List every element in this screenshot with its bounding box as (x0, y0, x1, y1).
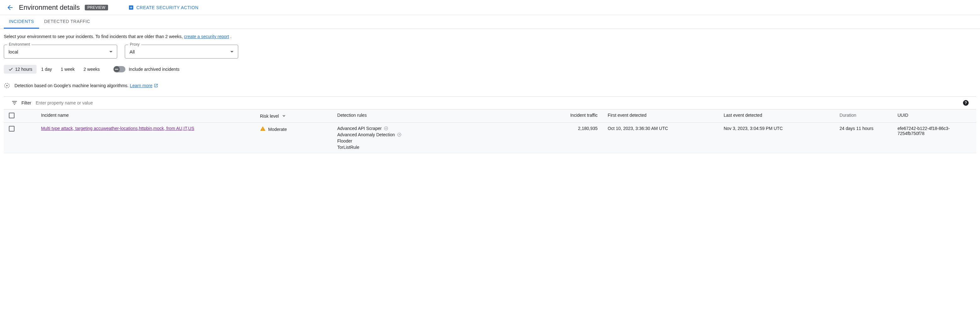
timerange-1-day[interactable]: 1 day (37, 65, 56, 74)
ml-detection-icon (383, 126, 388, 131)
warning-triangle-icon (260, 126, 266, 133)
chevron-down-icon (230, 51, 234, 52)
intro-text: Select your environment to see your inci… (4, 34, 976, 39)
page-title: Environment details (19, 3, 80, 12)
intro-after: . (229, 34, 232, 39)
add-box-icon (128, 5, 134, 10)
risk-cell: Moderate (260, 126, 327, 133)
timerange-1-week[interactable]: 1 week (56, 65, 79, 74)
environment-select[interactable]: Environment local (4, 45, 117, 59)
rule-name: TorListRule (337, 145, 359, 150)
help-icon[interactable]: ? (963, 100, 969, 106)
back-arrow-icon[interactable] (6, 4, 14, 11)
include-archived-label: Include archived incidents (129, 67, 179, 72)
col-last-event[interactable]: Last event detected (719, 109, 834, 123)
tab-detected-traffic[interactable]: DETECTED TRAFFIC (39, 15, 95, 29)
tab-incidents[interactable]: INCIDENTS (4, 15, 39, 29)
col-risk-level[interactable]: Risk level (255, 109, 332, 123)
row-checkbox[interactable] (9, 126, 14, 132)
detection-text-content: Detection based on Google's machine lear… (14, 83, 130, 88)
timerange-2-weeks[interactable]: 2 weeks (79, 65, 104, 74)
svg-point-3 (386, 128, 387, 129)
rule-name: Flooder (337, 138, 352, 144)
uuid-value: efe67242-b122-4f18-86c3-7254fb750f78 (892, 123, 976, 153)
ml-detection-icon (4, 82, 10, 89)
duration-value: 24 days 11 hours (834, 123, 892, 153)
toggle-knob (113, 66, 120, 72)
proxy-label: Proxy (128, 42, 141, 47)
col-incident-name[interactable]: Incident name (36, 109, 255, 123)
filter-label: Filter (21, 100, 31, 105)
filter-input[interactable] (35, 100, 959, 106)
incident-name-link[interactable]: Multi type attack, targeting accuweather… (41, 126, 194, 131)
create-action-label: CREATE SECURITY ACTION (137, 5, 199, 10)
col-detection-rules[interactable]: Detection rules (332, 109, 506, 123)
include-archived-toggle[interactable] (114, 66, 126, 72)
create-security-action-button[interactable]: CREATE SECURITY ACTION (128, 5, 199, 10)
svg-point-1 (6, 85, 8, 86)
environment-label: Environment (7, 42, 32, 47)
col-duration[interactable]: Duration (834, 109, 892, 123)
chevron-down-icon (109, 51, 113, 52)
rule-name: Advanced API Scraper (337, 126, 382, 131)
environment-value: local (8, 49, 109, 54)
learn-more-link[interactable]: Learn more (130, 83, 158, 88)
sort-arrow-down-icon (282, 113, 286, 118)
timerange-12h-label: 12 hours (15, 67, 32, 72)
detection-rules-list: Advanced API Scraper Advanced Anomaly De… (337, 126, 501, 150)
rule-name: Advanced Anomaly Detection (337, 132, 395, 137)
incident-traffic-value: 2,180,935 (506, 123, 603, 153)
col-risk-label: Risk level (260, 114, 279, 119)
learn-more-label: Learn more (130, 83, 153, 88)
proxy-select[interactable]: Proxy All (125, 45, 238, 59)
select-all-checkbox[interactable] (9, 113, 14, 118)
filter-icon (11, 100, 18, 106)
col-first-event[interactable]: First event detected (603, 109, 719, 123)
table-row: Multi type attack, targeting accuweather… (4, 123, 976, 153)
timerange-12-hours[interactable]: 12 hours (4, 65, 37, 74)
detection-text: Detection based on Google's machine lear… (14, 83, 158, 88)
risk-value: Moderate (268, 127, 287, 132)
preview-badge: PREVIEW (85, 5, 108, 10)
ml-detection-icon (397, 132, 402, 137)
create-security-report-link[interactable]: create a security report (184, 34, 229, 39)
check-icon (8, 67, 13, 72)
first-event-value: Oct 10, 2023, 3:36:30 AM UTC (603, 123, 719, 153)
external-link-icon (154, 83, 158, 88)
col-uuid[interactable]: UUID (892, 109, 976, 123)
intro-before: Select your environment to see your inci… (4, 34, 184, 39)
col-incident-traffic[interactable]: Incident traffic (506, 109, 603, 123)
proxy-value: All (129, 49, 230, 54)
svg-point-5 (399, 135, 400, 135)
last-event-value: Nov 3, 2023, 3:04:59 PM UTC (719, 123, 834, 153)
